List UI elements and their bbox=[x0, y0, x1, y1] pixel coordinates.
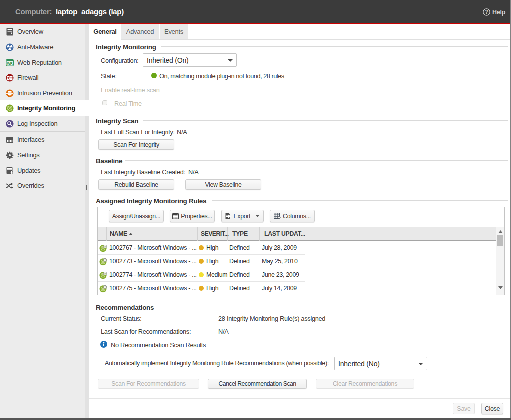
svg-text:WR: WR bbox=[7, 62, 12, 66]
svg-text:?: ? bbox=[486, 10, 488, 15]
